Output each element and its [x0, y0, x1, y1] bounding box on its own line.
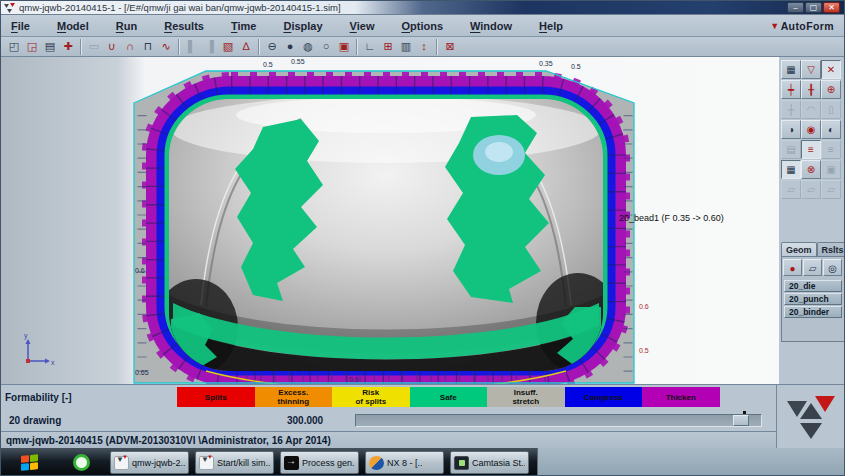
panel-icon[interactable]: ▱: [801, 180, 821, 199]
tab-rslts[interactable]: Rslts: [817, 242, 845, 256]
taskbar-button[interactable]: Start/kill sim...: [195, 451, 274, 474]
panel-icon[interactable]: ╂: [801, 80, 821, 99]
taskbar-button-label: NX 8 - [..: [387, 458, 423, 468]
panel-icon[interactable]: ┼: [781, 100, 801, 119]
geometry-icon[interactable]: ●: [783, 259, 802, 276]
menu-item[interactable]: Results: [164, 18, 204, 34]
toolbar-icon[interactable]: ◲: [23, 39, 41, 55]
toolbar-icon[interactable]: ⊓: [139, 39, 157, 55]
taskbar-button[interactable]: NX 8 - [..: [365, 451, 444, 474]
panel-icon[interactable]: ≡: [821, 140, 841, 159]
panel-icon[interactable]: ◠: [801, 100, 821, 119]
panel-icon[interactable]: ≡: [801, 140, 821, 159]
geometry-icon[interactable]: ▱: [803, 259, 822, 276]
autoform-brand-label: AutoForm: [781, 20, 834, 32]
formability-label: Formability [-]: [5, 392, 177, 403]
toolbar-icon[interactable]: ∪: [103, 39, 121, 55]
menu-item[interactable]: Model: [57, 18, 89, 34]
formability-class-label: Insuff. stretch: [512, 388, 539, 406]
toolbar-icon[interactable]: ↕: [415, 39, 433, 55]
bead-annotation: 20_bead1 (F 0.35 -> 0.60): [619, 213, 724, 223]
toolbar-icon[interactable]: ▥: [397, 39, 415, 55]
panel-icon[interactable]: ◑: [781, 120, 801, 139]
toolbar-icon[interactable]: ∩: [121, 39, 139, 55]
menu-item[interactable]: View: [350, 18, 375, 34]
toolbar-icon[interactable]: ●: [281, 39, 299, 55]
menu-item[interactable]: Run: [116, 18, 137, 34]
taskbar-button[interactable]: Camtasia St..: [450, 451, 529, 474]
toolbar-icon[interactable]: ∿: [157, 39, 175, 55]
panel-icon[interactable]: ◐: [821, 120, 841, 139]
toolbar-icon[interactable]: ▌: [183, 39, 201, 55]
formability-class: Insuff. stretch: [487, 387, 565, 407]
geometry-icon[interactable]: ◎: [823, 259, 842, 276]
tab-geom[interactable]: Geom: [781, 242, 817, 256]
menu-item[interactable]: File: [11, 18, 30, 34]
menu-item[interactable]: Options: [401, 18, 443, 34]
taskbar-button-label: Process gen...: [302, 458, 355, 468]
bead-value: 0.6: [349, 376, 359, 383]
taskbar-button[interactable]: qmw-jqwb-2...: [110, 451, 189, 474]
panel-icon[interactable]: ▦: [781, 60, 801, 79]
toolbar-icon[interactable]: ∟: [361, 39, 379, 55]
panel-icon[interactable]: ✕: [821, 60, 841, 79]
panel-icon[interactable]: ▯: [821, 100, 841, 119]
bead-value: 0.55: [291, 58, 305, 65]
3d-viewport[interactable]: 0.5 0.55 0.35 0.5 0.6 0.65 0.6 0.5 0.6 2…: [1, 57, 779, 384]
toolbar-group-results: ▌▐▧∆: [183, 39, 255, 55]
toolbar-icon[interactable]: ⊞: [379, 39, 397, 55]
panel-icon[interactable]: ▣: [821, 160, 841, 179]
toolbar-icon[interactable]: ○: [317, 39, 335, 55]
formability-class: Safe: [410, 387, 488, 407]
antivirus-tray-icon[interactable]: [73, 454, 90, 471]
menu-item[interactable]: Window: [470, 18, 512, 34]
panel-icon[interactable]: ▱: [781, 180, 801, 199]
autoform-logo: [784, 393, 838, 441]
time-slider-marker: [743, 411, 746, 414]
toolbar-icon[interactable]: ▧: [219, 39, 237, 55]
panel-icon[interactable]: ⊕: [821, 80, 841, 99]
toolbar-icon[interactable]: ▤: [41, 39, 59, 55]
window-title: qmw-jqwb-20140415-1 - [/E#/qmw/ji gai wa…: [19, 2, 341, 13]
toolbar-icon[interactable]: ▣: [335, 39, 353, 55]
panel-icon[interactable]: ▦: [781, 160, 801, 179]
toolbar-separator: [178, 39, 180, 55]
tool-button[interactable]: 20_die: [784, 280, 842, 292]
toolbar-icon[interactable]: ◍: [299, 39, 317, 55]
tool-button[interactable]: 20_binder: [784, 306, 842, 318]
time-slider-handle[interactable]: [733, 415, 749, 426]
panel-icon[interactable]: ▤: [781, 140, 801, 159]
autoform-window: qmw-jqwb-20140415-1 - [/E#/qmw/ji gai wa…: [0, 0, 845, 476]
tool-button[interactable]: 20_punch: [784, 293, 842, 305]
formability-class-label: Compress: [584, 393, 623, 402]
start-button[interactable]: [1, 455, 59, 471]
bead-value: 0.5: [263, 61, 273, 68]
toolbar-icon[interactable]: ⊖: [263, 39, 281, 55]
panel-icon[interactable]: ⊗: [801, 160, 821, 179]
menu-item[interactable]: Time: [231, 18, 257, 34]
title-bar: qmw-jqwb-20140415-1 - [/E#/qmw/ji gai wa…: [1, 1, 844, 15]
axis-y-label: y: [24, 332, 28, 340]
formability-class-label: Excess. thinning: [277, 388, 309, 406]
toolbar-icon[interactable]: ▐: [201, 39, 219, 55]
toolbar-icon[interactable]: ∆: [237, 39, 255, 55]
minimize-button[interactable]: –: [787, 2, 804, 13]
toolbar: ◰◲▤✚ ▭∪∩⊓∿ ▌▐▧∆ ⊖●◍○▣ ∟⊞▥↕ ⊠: [1, 37, 844, 57]
toolbar-icon[interactable]: ⊠: [441, 39, 459, 55]
panel-icon[interactable]: ▽: [801, 60, 821, 79]
taskbar-button[interactable]: Process gen...: [280, 451, 359, 474]
toolbar-group-file: ◰◲▤✚: [5, 39, 77, 55]
panel-icon[interactable]: ┿: [781, 80, 801, 99]
panel-icon[interactable]: ▱: [821, 180, 841, 199]
toolbar-icon[interactable]: ▭: [85, 39, 103, 55]
close-button[interactable]: ✕: [823, 2, 840, 13]
menu-item[interactable]: Display: [283, 18, 322, 34]
menu-item[interactable]: Help: [539, 18, 563, 34]
maximize-button[interactable]: ▢: [805, 2, 822, 13]
panel-icon[interactable]: ◉: [801, 120, 821, 139]
formability-class: Splits: [177, 387, 255, 407]
toolbar-icon[interactable]: ◰: [5, 39, 23, 55]
time-slider[interactable]: [355, 414, 762, 427]
formability-class-label: Safe: [440, 393, 457, 402]
toolbar-icon[interactable]: ✚: [59, 39, 77, 55]
